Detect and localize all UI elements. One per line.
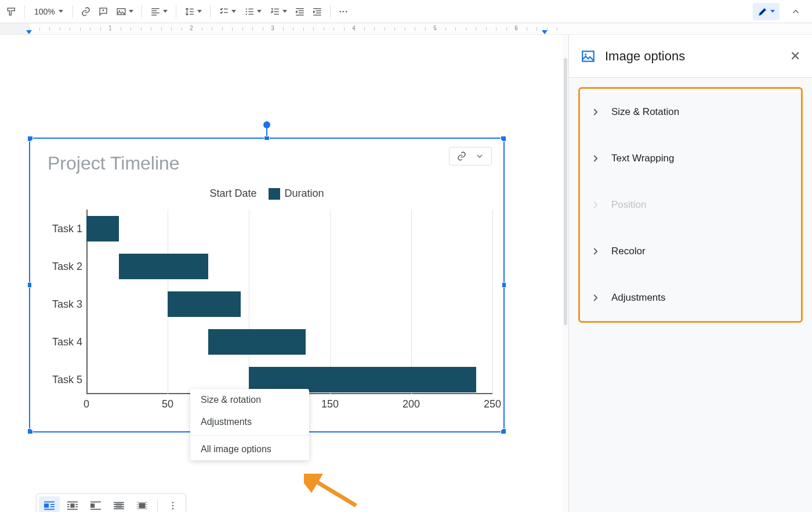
line-spacing-dropdown[interactable]	[181, 3, 205, 20]
chart-bar	[86, 216, 119, 241]
separator	[210, 5, 211, 18]
svg-point-5	[339, 10, 341, 12]
rotation-handle[interactable]	[263, 121, 270, 128]
separator	[142, 5, 142, 18]
zoom-dropdown[interactable]: 100%	[30, 3, 68, 20]
chevron-down-icon	[475, 152, 484, 161]
dropdown-arrow-icon	[163, 10, 168, 13]
accordion-item[interactable]: Recolor	[580, 228, 801, 275]
document-canvas[interactable]: Project Timeline Start Date Duration 050…	[0, 35, 563, 512]
accordion-highlight: Size & RotationText WrappingPositionReco…	[578, 87, 803, 323]
wrap-more-icon[interactable]	[162, 496, 183, 512]
selected-object-outline[interactable]: Project Timeline Start Date Duration 050…	[29, 138, 505, 432]
zoom-label: 100%	[34, 7, 55, 16]
vertical-scrollbar[interactable]	[563, 35, 568, 512]
accordion-item: Position	[580, 182, 801, 228]
wrap-toolbar	[36, 493, 186, 512]
more-icon[interactable]	[335, 3, 351, 20]
toolbar: 100%	[0, 0, 812, 23]
context-menu: Size & rotation Adjustments All image op…	[190, 389, 309, 460]
dropdown-arrow-icon	[282, 10, 287, 13]
accordion-label: Text Wrapping	[611, 153, 674, 164]
image-options-panel: Image options ✕ Size & RotationText Wrap…	[568, 35, 812, 512]
accordion-item[interactable]: Adjustments	[580, 275, 801, 321]
svg-rect-12	[139, 503, 146, 509]
wrap-infront[interactable]	[132, 496, 153, 512]
svg-rect-11	[116, 503, 122, 509]
y-tick-label: Task 2	[43, 260, 82, 272]
separator	[176, 5, 176, 18]
x-tick-label: 0	[84, 398, 89, 410]
wrap-inline[interactable]	[39, 496, 60, 512]
x-tick-label: 250	[484, 398, 501, 410]
legend-item-duration: Duration	[285, 188, 324, 199]
separator	[330, 5, 331, 18]
svg-point-4	[245, 13, 246, 15]
chart-bar	[168, 291, 241, 317]
ctx-all-image-options[interactable]: All image options	[190, 438, 309, 460]
svg-point-7	[346, 10, 347, 12]
svg-point-13	[172, 502, 174, 503]
dropdown-arrow-icon	[257, 10, 262, 13]
svg-point-15	[172, 508, 174, 510]
chevron-right-icon	[590, 246, 601, 257]
svg-point-2	[245, 8, 246, 9]
insert-image-dropdown[interactable]	[113, 3, 137, 20]
chart-title: Project Timeline	[48, 153, 180, 174]
chart-legend: Start Date Duration	[31, 188, 502, 200]
bulleted-list-dropdown[interactable]	[241, 3, 265, 20]
panel-header: Image options ✕	[569, 35, 812, 78]
chart-link-chip[interactable]	[449, 147, 492, 165]
editing-mode-dropdown[interactable]	[753, 3, 780, 20]
image-icon	[581, 49, 596, 64]
wrap-break[interactable]	[85, 496, 106, 512]
wrap-text[interactable]	[62, 496, 83, 512]
dropdown-arrow-icon	[770, 10, 775, 13]
x-tick-label: 200	[403, 398, 420, 410]
x-tick-label: 50	[162, 398, 173, 410]
chevron-right-icon	[590, 107, 601, 117]
chart-bar	[119, 254, 208, 279]
wrap-behind[interactable]	[108, 496, 129, 512]
x-tick-label: 150	[321, 398, 339, 410]
svg-point-14	[172, 505, 174, 507]
y-tick-label: Task 4	[43, 336, 82, 348]
indent-decrease-icon[interactable]	[292, 3, 308, 20]
separator	[72, 5, 73, 18]
dropdown-arrow-icon	[129, 10, 133, 13]
chevron-right-icon	[590, 153, 601, 164]
paint-format-icon[interactable]	[3, 3, 20, 20]
indent-left-marker[interactable]	[26, 30, 32, 34]
ctx-size-rotation[interactable]: Size & rotation	[190, 389, 309, 411]
chart: Project Timeline Start Date Duration 050…	[31, 140, 502, 430]
indent-increase-icon[interactable]	[309, 3, 325, 20]
workspace: Project Timeline Start Date Duration 050…	[0, 35, 812, 512]
scrollbar-thumb[interactable]	[564, 58, 567, 325]
indent-right-marker[interactable]	[542, 30, 548, 34]
accordion-label: Recolor	[611, 246, 646, 257]
close-icon[interactable]: ✕	[790, 49, 800, 64]
annotation-arrow	[304, 474, 362, 509]
svg-rect-10	[90, 503, 95, 507]
accordion-item[interactable]: Size & Rotation	[580, 89, 801, 135]
separator	[157, 499, 158, 512]
accordion-item[interactable]: Text Wrapping	[580, 135, 801, 182]
legend-swatch-duration	[269, 188, 280, 200]
dropdown-arrow-icon	[59, 10, 63, 13]
checklist-dropdown[interactable]	[215, 3, 240, 20]
chart-plot-area: 050100150200250Task 1Task 2Task 3Task 4T…	[86, 210, 492, 394]
svg-rect-8	[44, 503, 49, 507]
accordion-label: Size & Rotation	[611, 106, 679, 118]
ctx-adjustments[interactable]: Adjustments	[190, 411, 309, 433]
ctx-separator	[190, 435, 309, 436]
chevron-right-icon	[590, 293, 601, 303]
link-icon[interactable]	[78, 3, 94, 20]
separator	[24, 5, 25, 18]
comment-icon[interactable]	[95, 3, 111, 20]
align-dropdown[interactable]	[147, 3, 171, 20]
svg-rect-9	[70, 503, 74, 507]
numbered-list-dropdown[interactable]	[266, 3, 291, 20]
ruler[interactable]: 123456	[0, 23, 812, 35]
collapse-icon[interactable]	[788, 3, 804, 20]
y-tick-label: Task 1	[43, 222, 82, 235]
